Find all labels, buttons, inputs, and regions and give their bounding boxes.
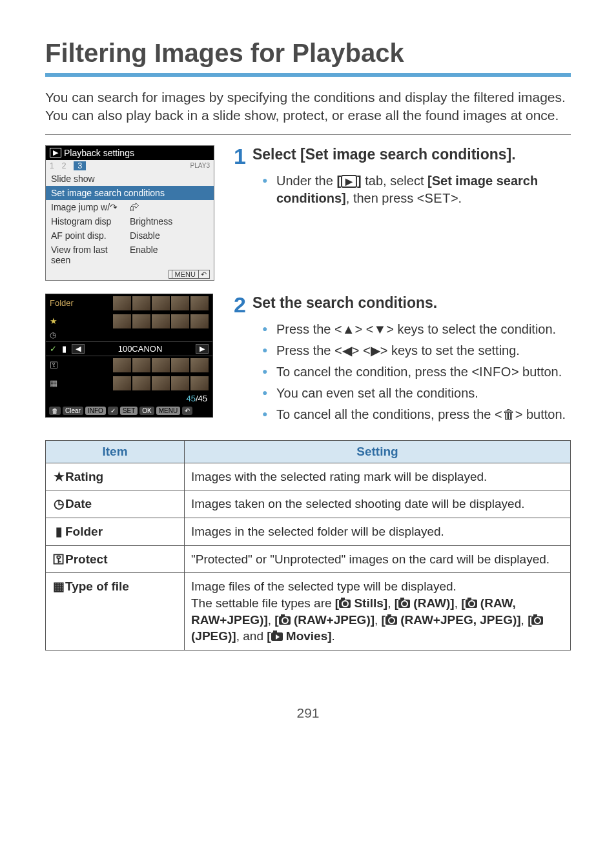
step-1-bullet: Under the [▶] tab, select [Set image sea… (262, 172, 571, 207)
folder-type-icon: ▮ (62, 344, 67, 354)
camera-icon (466, 600, 477, 608)
step-2-number: 2 (234, 294, 246, 316)
ok-btn: OK (139, 407, 154, 415)
table-desc-rating: Images with the selected rating mark wil… (185, 463, 571, 490)
right-key-icon: ▶ (371, 343, 380, 358)
table-row-folder: ▮Folder Images in the selected folder wi… (46, 518, 571, 545)
table-row-date: ◷Date Images taken on the selected shoot… (46, 490, 571, 518)
camera-icon (339, 600, 351, 608)
camera-icon (531, 616, 543, 625)
menu-footer-btn: MENU ↶ (169, 270, 210, 279)
star-icon: ★ (50, 316, 57, 326)
trash-key-icon: 🗑 (502, 407, 515, 421)
step-1-title: Select [Set image search conditions]. (252, 145, 516, 164)
set-btn: SET (120, 407, 138, 415)
folder-screenshot: Folder ★ ◷ ✓ ▮ ◀ 100CANON ▶ ⚿ ▦ (45, 294, 213, 418)
filetype-icon: ▦ (52, 578, 65, 595)
folder-count-a: 45 (186, 394, 195, 403)
file-type-icon: ▦ (50, 378, 57, 388)
table-desc-date: Images taken on the selected shooting da… (185, 490, 571, 518)
table-row-protect: ⚿Protect "Protected" or "Unprotected" im… (46, 545, 571, 573)
menu-tab-2: 2 (62, 161, 67, 170)
playback-tab-icon: ▶ (341, 175, 357, 188)
menu-item-search-selected: Set image search conditions (46, 186, 214, 200)
step-2-title: Set the search conditions. (252, 294, 437, 312)
menu-item-hist-label: Histogram disp (46, 214, 130, 228)
menu-item-view-label: View from last seen (46, 243, 130, 267)
menu-item-af-label: AF point disp. (46, 228, 130, 243)
right-arrow-icon: ▶ (196, 344, 209, 354)
menu-play-tag: PLAY3 (190, 162, 210, 169)
check-icon: ✓ (50, 344, 57, 354)
folder-current: 100CANON (90, 344, 190, 354)
info-btn: INFO (85, 407, 106, 415)
menu-item-af-value: Disable (130, 228, 214, 243)
folder-count-b: 45 (198, 394, 207, 403)
key-icon: ⚿ (52, 551, 65, 568)
step-2-bullet-4: You can even set all the conditions. (262, 385, 571, 402)
playback-icon: ▶ (50, 148, 61, 157)
step-2-bullet-2: Press the <◀> <▶> keys to set the settin… (262, 342, 571, 359)
clock-icon: ◷ (50, 330, 56, 339)
table-desc-type: Image files of the selected type will be… (185, 573, 571, 651)
step-2-bullet-5: To cancel all the conditions, press the … (262, 406, 571, 423)
clear-btn: Clear (63, 407, 83, 415)
movie-icon (271, 632, 283, 641)
page-number: 291 (45, 705, 571, 721)
menu-item-hist-value: Brightness (130, 214, 214, 228)
table-desc-protect: "Protected" or "Unprotected" images on t… (185, 545, 571, 573)
step-2-bullet-1: Press the <▲> <▼> keys to select the con… (262, 321, 571, 338)
return-icon: ↶ (182, 407, 192, 415)
step-1-number: 1 (234, 145, 246, 167)
menu-tab-3-active: 3 (74, 161, 86, 170)
table-row-rating: ★Rating Images with the selected rating … (46, 463, 571, 490)
settings-table: Item Setting ★Rating Images with the sel… (45, 440, 571, 651)
left-arrow-icon: ◀ (72, 344, 85, 354)
down-key-icon: ▼ (373, 322, 386, 336)
table-header-item: Item (46, 440, 185, 463)
trash-icon: 🗑 (49, 407, 61, 415)
camera-icon (398, 600, 410, 608)
clock-icon: ◷ (52, 496, 65, 512)
page-title: Filtering Images for Playback (45, 39, 571, 77)
step-2: Folder ★ ◷ ✓ ▮ ◀ 100CANON ▶ ⚿ ▦ (45, 294, 571, 427)
camera-icon (279, 616, 291, 625)
left-key-icon: ◀ (342, 343, 352, 358)
menu-item-slideshow: Slide show (46, 172, 214, 186)
menu-screenshot: ▶ Playback settings 1 2 3 PLAY3 Slide sh… (45, 145, 214, 281)
menu-item-jump-value: ⮳ (130, 200, 214, 214)
step-2-bullet-3: To cancel the condition, press the <INFO… (262, 363, 571, 381)
folder-icon: ▮ (52, 523, 65, 540)
menu-tab-1: 1 (50, 161, 54, 170)
up-key-icon: ▲ (342, 322, 355, 336)
menu-btn: MENU (156, 407, 180, 415)
intro-text: You can search for images by specifying … (45, 88, 571, 135)
folder-label: Folder (50, 298, 74, 308)
table-header-setting: Setting (185, 440, 571, 463)
star-icon: ★ (52, 469, 65, 485)
step-1: ▶ Playback settings 1 2 3 PLAY3 Slide sh… (45, 145, 571, 281)
menu-item-jump-label: Image jump w/↷ (46, 200, 130, 214)
menu-item-view-value: Enable (130, 243, 214, 267)
table-desc-folder: Images in the selected folder will be di… (185, 518, 571, 545)
check-btn: ✓ (108, 407, 118, 415)
menu-header-text: Playback settings (64, 148, 134, 158)
camera-icon (385, 616, 397, 625)
table-row-type: ▦Type of file Image files of the selecte… (46, 573, 571, 651)
key-icon: ⚿ (50, 360, 58, 370)
